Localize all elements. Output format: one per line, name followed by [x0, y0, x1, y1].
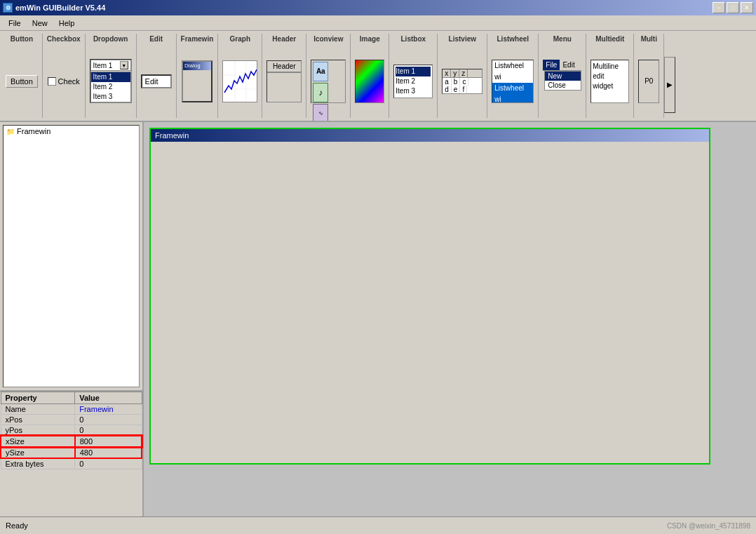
minimize-button[interactable]: −	[713, 2, 725, 13]
toolbar-section-multiedit: Multiedit Multiline edit widget	[586, 34, 634, 118]
toolbar-section-menu: Menu File Edit New Close	[539, 34, 586, 118]
menu-help[interactable]: Help	[53, 18, 81, 29]
menu-new[interactable]: New	[27, 18, 53, 29]
dropdown-item-3: Item 3	[91, 92, 130, 102]
close-button[interactable]: ✕	[741, 2, 753, 13]
section-label-graph: Graph	[230, 35, 250, 43]
image-widget[interactable]	[355, 60, 384, 103]
tree-item-label: Framewin	[17, 127, 50, 135]
menu-bar: File New Help	[0, 15, 756, 31]
prop-xpos-label: xPos	[1, 415, 75, 425]
prop-xsize-label: xSize	[1, 436, 75, 447]
listview-cell-a: a	[443, 78, 452, 86]
iconview-widget[interactable]: Aa ♪ ∿ ♫	[311, 60, 346, 103]
toolbar-section-header: Header Header	[262, 34, 306, 118]
prop-extrabytes-label: Extra bytes	[1, 458, 75, 469]
prop-col-value: Value	[75, 392, 142, 404]
prop-ypos-label: yPos	[1, 425, 75, 436]
section-label-multiedit: Multiedit	[595, 35, 624, 43]
listbox-widget[interactable]: Item 1 Item 2 Item 3	[393, 65, 433, 98]
toolbar-section-button: Button Button	[1, 34, 43, 118]
prop-row-xsize[interactable]: xSize 800	[1, 436, 142, 447]
toolbar-section-listwheel: Listwheel Listwheel wi Listwheel wi List…	[487, 34, 539, 118]
button-widget-btn[interactable]: Button	[6, 75, 38, 88]
listwheel-widget[interactable]: Listwheel wi Listwheel wi Listwheel wi	[492, 60, 534, 103]
dropdown-widget[interactable]: Item 1 ▼ Item 1 Item 2 Item 3	[90, 59, 132, 103]
dropdown-item-1: Item 1	[91, 72, 130, 82]
menu-widget-edit: Edit	[560, 60, 577, 70]
listview-cell-c: c	[460, 78, 468, 86]
toolbar-section-graph: Graph	[218, 34, 262, 118]
prop-row-ypos[interactable]: yPos 0	[1, 425, 142, 436]
toolbar-section-iconview: Iconview Aa ♪ ∿ ♫	[306, 34, 351, 118]
section-label-iconview: Iconview	[313, 35, 343, 43]
prop-row-name[interactable]: Name Framewin	[1, 404, 142, 415]
toolbar-scroll-arrow[interactable]: ▶	[664, 57, 675, 113]
multiedit-line-2: edit	[593, 72, 627, 81]
listview-col-z: z	[459, 69, 468, 77]
menu-widget[interactable]: File Edit New Close	[543, 60, 581, 103]
graph-svg	[223, 61, 257, 102]
toolbar-section-checkbox: Checkbox Check	[43, 34, 86, 118]
app-title: emWin GUIBuilder V5.44	[15, 4, 105, 12]
status-bar: Ready CSDN @weixin_45731898	[0, 516, 756, 534]
checkbox-widget[interactable]: Check	[48, 77, 80, 86]
maximize-button[interactable]: □	[727, 2, 739, 13]
prop-row-xpos[interactable]: xPos 0	[1, 415, 142, 425]
toolbar-section-listbox: Listbox Item 1 Item 2 Item 3	[389, 34, 438, 118]
tree-area[interactable]: 📁 Framewin	[3, 125, 140, 387]
main-area: 📁 Framewin Property Value Name Framewin	[0, 122, 756, 516]
prop-ysize-value: 480	[75, 447, 142, 458]
menu-file[interactable]: File	[3, 18, 27, 29]
listview-cell-d: d	[443, 86, 452, 93]
framewin-title-text: Framewin	[155, 131, 189, 140]
prop-row-extrabytes[interactable]: Extra bytes 0	[1, 458, 142, 469]
dropdown-item-2: Item 2	[91, 82, 130, 92]
menu-widget-file: File	[543, 60, 560, 70]
edit-widget[interactable]: Edit	[141, 74, 172, 88]
dropdown-selected-item: Item 1	[93, 62, 113, 69]
listview-cell-f: f	[460, 86, 467, 93]
property-panel: Property Value Name Framewin xPos 0 yPos	[0, 390, 142, 516]
toolbar-section-edit: Edit Edit	[137, 34, 177, 118]
listview-widget[interactable]: x y z a b c d e f	[442, 69, 482, 94]
svg-rect-0	[223, 61, 257, 102]
header-widget[interactable]: Header	[266, 60, 302, 102]
status-text: Ready	[6, 521, 28, 530]
graph-widget[interactable]	[222, 60, 257, 102]
listview-col-x: x	[443, 69, 451, 77]
section-label-framewin: Framewin	[181, 35, 214, 43]
listbox-item-1: Item 1	[396, 67, 431, 76]
tree-item-framewin[interactable]: 📁 Framewin	[4, 126, 139, 137]
multiedit-line-3: widget	[593, 81, 627, 91]
framewin-canvas[interactable]: Framewin	[149, 128, 710, 465]
section-label-header: Header	[272, 35, 296, 43]
prop-xsize-value: 800	[75, 436, 142, 447]
canvas-area[interactable]: Framewin	[144, 122, 756, 516]
toolbar-section-image: Image	[351, 34, 389, 118]
title-bar: ⚙ emWin GUIBuilder V5.44 − □ ✕	[0, 0, 756, 15]
multi2-widget[interactable]: P0	[638, 60, 659, 103]
multiedit-widget[interactable]: Multiline edit widget	[590, 60, 629, 103]
section-label-button: Button	[11, 35, 33, 43]
framewin-widget[interactable]: Dialog	[182, 60, 212, 102]
left-panel: 📁 Framewin Property Value Name Framewin	[0, 122, 144, 516]
section-label-listview: Listview	[449, 35, 476, 43]
menu-widget-close: Close	[545, 81, 581, 90]
framewin-canvas-titlebar: Framewin	[151, 129, 709, 142]
toolbar: Button Button Checkbox Check Dropdown It…	[0, 31, 756, 122]
prop-col-property: Property	[1, 392, 75, 404]
watermark-text: CSDN @weixin_45731898	[667, 522, 750, 530]
prop-xpos-value: 0	[75, 415, 142, 425]
app-icon: ⚙	[3, 3, 13, 13]
section-label-dropdown: Dropdown	[93, 35, 128, 43]
section-label-checkbox: Checkbox	[47, 35, 81, 43]
check-box-icon	[48, 77, 56, 86]
prop-name-value: Framewin	[75, 404, 142, 415]
prop-ypos-value: 0	[75, 425, 142, 436]
prop-row-ysize[interactable]: ySize 480	[1, 447, 142, 458]
check-label: Check	[58, 77, 80, 86]
toolbar-section-framewin: Framewin Dialog	[177, 34, 219, 118]
dropdown-arrow: ▼	[120, 61, 128, 69]
listwheel-item-1: Listwheel wi	[492, 60, 533, 83]
